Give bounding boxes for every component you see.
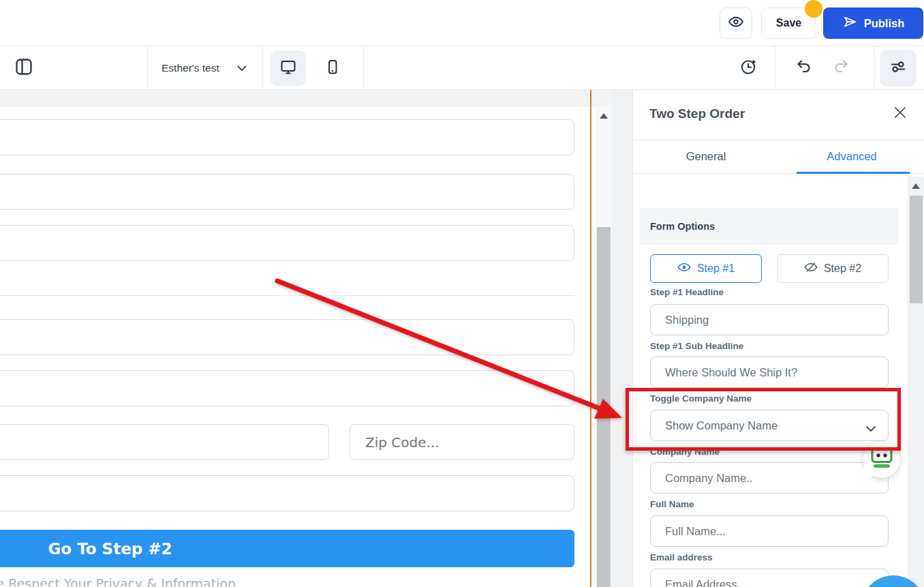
page-canvas: Go To Step #2 We Respect Your Privacy & … <box>0 107 590 587</box>
form-field[interactable] <box>0 174 574 210</box>
step1-headline-input[interactable] <box>651 305 888 335</box>
go-to-step-2-label: Go To Step #2 <box>48 540 172 558</box>
roboform-robot-icon <box>871 448 893 472</box>
settings-button[interactable] <box>880 50 917 87</box>
eye-icon <box>677 260 691 277</box>
step-1-label: Step #1 <box>697 262 735 275</box>
tab-general[interactable]: General <box>633 140 779 173</box>
canvas-edge-guide <box>590 90 591 587</box>
mobile-icon <box>324 58 341 78</box>
mobile-view-button[interactable] <box>315 50 350 86</box>
step1-subheadline-input[interactable] <box>651 357 888 387</box>
annotation-highlight-box <box>626 388 901 451</box>
form-field[interactable] <box>0 370 574 406</box>
form-options-title: Form Options <box>650 221 715 232</box>
tab-advanced[interactable]: Advanced <box>779 140 924 173</box>
preview-button[interactable] <box>720 7 752 39</box>
redo-button[interactable] <box>825 50 857 86</box>
zip-code-field[interactable] <box>350 424 574 460</box>
desktop-icon <box>279 58 297 78</box>
step-2-label: Step #2 <box>824 262 861 275</box>
form-field[interactable] <box>0 475 574 511</box>
eye-off-icon <box>804 260 818 277</box>
step1-headline-field <box>650 304 889 335</box>
step1-subheadline-field <box>650 357 889 388</box>
step-2-toggle-button[interactable]: Step #2 <box>777 254 889 283</box>
company-name-field <box>650 462 889 494</box>
toolbar-divider <box>147 46 148 90</box>
form-field[interactable] <box>0 119 574 155</box>
chevron-down-icon[interactable] <box>237 46 247 90</box>
page-name-dropdown[interactable]: Esther's test <box>161 46 219 90</box>
sliders-icon <box>889 58 907 78</box>
toolbar-divider <box>262 46 263 90</box>
page-name-label: Esther's test <box>161 62 219 74</box>
panel-scrollbar-thumb[interactable] <box>910 196 923 303</box>
email-address-input[interactable] <box>651 569 888 587</box>
step-1-toggle-button[interactable]: Step #1 <box>650 254 762 283</box>
canvas-panel-gap <box>612 90 632 587</box>
save-button-label: Save <box>776 17 801 29</box>
canvas-scrollbar-up-arrow[interactable] <box>600 113 608 119</box>
form-field[interactable] <box>0 225 574 261</box>
canvas-scrollbar-thumb[interactable] <box>597 227 611 587</box>
eye-icon <box>728 14 744 33</box>
field-label-email-address: Email address <box>650 552 713 562</box>
close-icon <box>893 106 907 122</box>
field-label-step1-subheadline: Step #1 Sub Headline <box>650 341 743 351</box>
unsaved-changes-dot <box>805 0 822 18</box>
canvas-background-strip <box>0 90 632 107</box>
go-to-step-2-button[interactable]: Go To Step #2 <box>0 530 574 567</box>
panel-scrollbar-up-arrow[interactable] <box>912 183 920 189</box>
tab-general-label: General <box>686 150 726 163</box>
element-settings-panel: Two Step Order General Advanced Form Opt… <box>632 90 924 587</box>
form-divider <box>0 295 574 296</box>
privacy-text: We Respect Your Privacy & Information <box>0 576 574 587</box>
page-builder-app: Save Publish Esther's test <box>0 0 924 587</box>
split-panel-icon <box>14 57 33 79</box>
full-name-field <box>650 515 889 547</box>
form-field[interactable] <box>0 319 574 355</box>
toolbar-divider <box>775 46 775 90</box>
form-field[interactable] <box>0 424 329 460</box>
undo-icon <box>795 59 813 78</box>
panel-tabs: General Advanced <box>633 140 924 174</box>
email-address-field <box>650 569 889 587</box>
zip-code-input[interactable] <box>350 425 574 460</box>
toolbar-divider <box>874 46 875 90</box>
top-bar: Save Publish <box>0 0 924 46</box>
sidebar-toggle-button[interactable] <box>11 56 37 80</box>
active-tab-underline <box>797 172 910 174</box>
company-name-input[interactable] <box>651 463 888 493</box>
publish-button-label: Publish <box>864 17 905 30</box>
tab-advanced-label: Advanced <box>827 150 876 163</box>
panel-title: Two Step Order <box>649 106 745 121</box>
publish-button[interactable]: Publish <box>823 7 923 39</box>
form-options-section-header: Form Options <box>640 208 899 245</box>
desktop-view-button[interactable] <box>271 50 306 86</box>
panel-close-button[interactable] <box>893 106 908 121</box>
clock-history-icon <box>739 58 757 78</box>
field-label-step1-headline: Step #1 Headline <box>650 287 724 297</box>
undo-button[interactable] <box>788 50 820 86</box>
send-icon <box>842 14 857 32</box>
builder-toolbar: Esther's test <box>0 46 924 90</box>
full-name-input[interactable] <box>651 516 888 546</box>
toolbar-divider <box>363 46 364 90</box>
field-label-full-name: Full Name <box>650 499 694 509</box>
history-button[interactable] <box>730 50 766 86</box>
redo-icon <box>832 59 850 78</box>
